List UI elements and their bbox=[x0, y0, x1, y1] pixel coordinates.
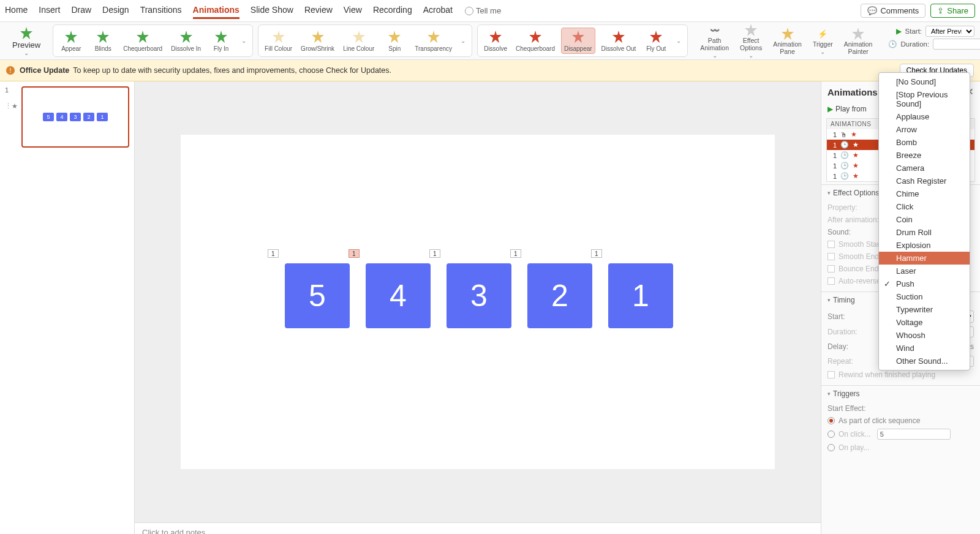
ribbon: Preview ⌄ Appear Blinds Chequerboard Dis… bbox=[0, 22, 980, 60]
triggers-header[interactable]: Triggers bbox=[821, 386, 980, 402]
effect-grow-shrink[interactable]: Grow/Shrink bbox=[298, 28, 337, 53]
effect-dissolve-in[interactable]: Dissolve In bbox=[168, 28, 203, 53]
chevron-down-icon[interactable]: ⌄ bbox=[21, 50, 31, 56]
slide-editor: 15 14 13 12 11 Click to add notes bbox=[135, 81, 821, 534]
exit-more-chevron[interactable]: ⌄ bbox=[674, 37, 684, 44]
box-2[interactable]: 2 bbox=[527, 263, 592, 328]
svg-marker-3 bbox=[137, 31, 149, 43]
notes-area[interactable]: Click to add notes bbox=[135, 522, 821, 534]
sound-option[interactable]: Explosion bbox=[879, 239, 970, 252]
tab-insert[interactable]: Insert bbox=[39, 2, 60, 19]
emphasis-more-chevron[interactable]: ⌄ bbox=[458, 37, 468, 44]
box-1[interactable]: 1 bbox=[608, 263, 673, 328]
share-button[interactable]: ⇪ Share bbox=[930, 4, 975, 18]
trigger-radio-onplay[interactable] bbox=[827, 444, 835, 451]
slide-canvas[interactable]: 15 14 13 12 11 bbox=[181, 135, 775, 469]
sound-dropdown[interactable]: [No Sound][Stop Previous Sound]ApplauseA… bbox=[878, 72, 970, 370]
svg-marker-1 bbox=[65, 31, 77, 43]
effect-disappear[interactable]: Disappear bbox=[561, 28, 595, 54]
sound-option[interactable]: Coin bbox=[879, 213, 970, 226]
slide-thumbnail-1[interactable]: 5 4 3 2 1 bbox=[21, 86, 129, 148]
trigger-button[interactable]: ⚡Trigger⌄ bbox=[809, 25, 837, 56]
anim-tag-1[interactable]: 1 bbox=[268, 249, 279, 258]
preview-button[interactable]: Preview ⌄ bbox=[9, 24, 44, 58]
exit-star-icon: ★ bbox=[851, 130, 857, 138]
comments-button[interactable]: 💬 Comments bbox=[861, 4, 925, 18]
tell-me-search[interactable]: Tell me bbox=[465, 6, 501, 15]
sound-option[interactable]: Chime bbox=[879, 187, 970, 200]
exit-star-icon: ★ bbox=[853, 141, 859, 149]
duration-input[interactable] bbox=[933, 39, 980, 50]
sound-option[interactable]: Click bbox=[879, 200, 970, 213]
sound-option[interactable]: Hammer bbox=[879, 252, 970, 265]
sound-option[interactable]: Voltage bbox=[879, 316, 970, 329]
tab-draw[interactable]: Draw bbox=[71, 2, 91, 19]
update-notice-bar: ! Office Update To keep up to date with … bbox=[0, 60, 980, 81]
effect-blinds[interactable]: Blinds bbox=[89, 28, 117, 53]
sound-option[interactable]: Wind bbox=[879, 342, 970, 355]
sound-option[interactable]: Suction bbox=[879, 290, 970, 303]
effect-fly-in[interactable]: Fly In bbox=[207, 28, 235, 53]
svg-marker-7 bbox=[312, 31, 324, 43]
svg-marker-8 bbox=[353, 31, 365, 43]
anim-tag-2[interactable]: 1 bbox=[349, 249, 360, 258]
sound-option[interactable]: [Stop Previous Sound] bbox=[879, 88, 970, 110]
svg-marker-6 bbox=[273, 31, 285, 43]
tab-animations[interactable]: Animations bbox=[193, 2, 239, 19]
painter-icon bbox=[851, 26, 865, 41]
anim-tag-3[interactable]: 1 bbox=[429, 249, 440, 258]
sound-option[interactable]: Arrow bbox=[879, 123, 970, 136]
entrance-more-chevron[interactable]: ⌄ bbox=[239, 37, 249, 44]
box-4[interactable]: 4 bbox=[366, 263, 431, 328]
effect-dissolve[interactable]: Dissolve bbox=[481, 28, 510, 53]
slide-thumbnails-panel: 1 ⋮★ 5 4 3 2 1 bbox=[0, 81, 135, 534]
svg-marker-5 bbox=[215, 31, 227, 43]
anim-tag-5[interactable]: 1 bbox=[591, 249, 602, 258]
trigger-radio-onclick[interactable] bbox=[827, 431, 835, 438]
tab-acrobat[interactable]: Acrobat bbox=[423, 2, 453, 19]
thumb-slide-number: 1 bbox=[5, 86, 18, 94]
effect-chequerboard[interactable]: Chequerboard bbox=[121, 28, 165, 53]
sound-option[interactable]: Breeze bbox=[879, 149, 970, 162]
effect-options-button[interactable]: EffectOptions⌄ bbox=[736, 21, 766, 59]
effect-transparency[interactable]: Transparency bbox=[412, 28, 454, 53]
tab-design[interactable]: Design bbox=[102, 2, 129, 19]
effect-fill-colour[interactable]: Fill Colour bbox=[262, 28, 295, 53]
tab-transitions[interactable]: Transitions bbox=[140, 2, 182, 19]
anim-tag-4[interactable]: 1 bbox=[510, 249, 521, 258]
sound-option[interactable]: Push bbox=[879, 277, 970, 290]
comment-icon: 💬 bbox=[867, 6, 877, 15]
effect-line-colour[interactable]: Line Colour bbox=[341, 28, 377, 53]
animation-painter-button[interactable]: AnimationPainter bbox=[840, 25, 876, 56]
tab-home[interactable]: Home bbox=[5, 2, 28, 19]
sound-option[interactable]: Bomb bbox=[879, 136, 970, 149]
sound-option[interactable]: [No Sound] bbox=[879, 75, 970, 88]
sound-option[interactable]: Applause bbox=[879, 110, 970, 123]
effect-fly-out[interactable]: Fly Out bbox=[642, 28, 670, 53]
svg-marker-14 bbox=[612, 31, 625, 43]
tab-view[interactable]: View bbox=[344, 2, 362, 19]
sound-option[interactable]: Laser bbox=[879, 265, 970, 277]
sound-option[interactable]: Drum Roll bbox=[879, 226, 970, 239]
box-3[interactable]: 3 bbox=[447, 263, 511, 328]
animation-pane-button[interactable]: AnimationPane bbox=[769, 25, 805, 56]
tab-review[interactable]: Review bbox=[304, 2, 333, 19]
trigger-icon: ⚡ bbox=[815, 26, 830, 41]
trigger-radio-sequence[interactable] bbox=[827, 417, 835, 424]
effect-appear[interactable]: Appear bbox=[57, 28, 85, 53]
effect-dissolve-out[interactable]: Dissolve Out bbox=[599, 28, 639, 53]
slide-boxes: 15 14 13 12 11 bbox=[285, 263, 673, 328]
path-animation-button[interactable]: 〰️PathAnimation⌄ bbox=[696, 21, 733, 59]
effect-spin[interactable]: Spin bbox=[380, 28, 409, 53]
sound-option[interactable]: Cash Register bbox=[879, 175, 970, 187]
sound-option[interactable]: Camera bbox=[879, 162, 970, 175]
start-select[interactable]: After Previous bbox=[925, 26, 974, 37]
sound-option[interactable]: Other Sound... bbox=[879, 355, 970, 367]
effect-exit-chequerboard[interactable]: Chequerboard bbox=[513, 28, 557, 53]
tab-recording[interactable]: Recording bbox=[373, 2, 412, 19]
tab-slideshow[interactable]: Slide Show bbox=[251, 2, 293, 19]
box-5[interactable]: 5 bbox=[285, 263, 350, 328]
sound-option[interactable]: Typewriter bbox=[879, 303, 970, 316]
duration-label: Duration: bbox=[900, 40, 929, 48]
sound-option[interactable]: Whoosh bbox=[879, 329, 970, 342]
